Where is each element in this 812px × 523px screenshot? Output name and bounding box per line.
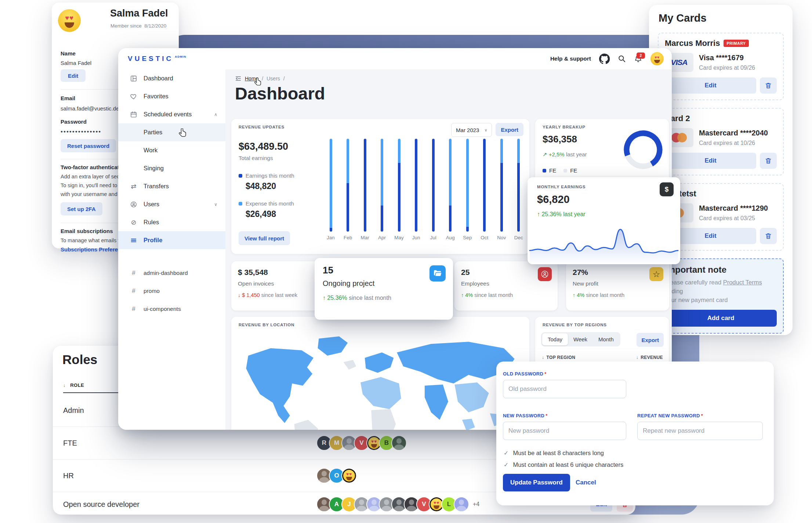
breadcrumb-users[interactable]: Users — [267, 76, 280, 81]
employees-icon — [538, 267, 552, 281]
update-password-button[interactable]: Update Password — [503, 474, 570, 491]
sidebar-item-work[interactable]: Work — [118, 141, 225, 159]
top-region-column[interactable]: ↓TOP REGION — [542, 355, 575, 360]
tab-month[interactable]: Month — [593, 333, 619, 345]
check-icon: ✓ — [504, 450, 508, 456]
stat-label: Employees — [461, 280, 489, 287]
revenue-updates-label: REVENUE UPDATES — [239, 125, 284, 129]
export-button[interactable]: Export — [496, 123, 523, 136]
edit-card-button[interactable]: Edit — [665, 153, 756, 169]
help-support-link[interactable]: Help & support — [550, 55, 591, 62]
revenue-column[interactable]: ↓REVENUE — [636, 355, 663, 360]
delete-card-button[interactable] — [760, 153, 777, 169]
bar-Mar: Mar — [360, 139, 370, 249]
card-holder-name: Marcus Morris — [665, 39, 720, 48]
sidebar-item-users[interactable]: Users ∨ — [118, 195, 225, 213]
card-number: Visa ****1679 — [699, 54, 755, 62]
sort-arrow-icon: ↓ — [63, 382, 66, 388]
sort-arrow-icon: ↓ — [636, 355, 638, 360]
tab-week[interactable]: Week — [568, 333, 593, 345]
sidebar-tag-ui-components[interactable]: #ui-components — [118, 300, 225, 318]
sidebar-tag-admin-dashboard[interactable]: #admin-dashboard — [118, 264, 225, 282]
burger-icon — [129, 237, 138, 244]
vuestic-logo[interactable]: VUESTIC — [128, 55, 173, 63]
github-icon[interactable] — [599, 54, 610, 64]
hash-icon: # — [129, 269, 138, 277]
repeat-password-input[interactable] — [637, 422, 763, 440]
password-rule: ✓Must contain at least 6 unique characte… — [504, 461, 623, 468]
delete-card-button[interactable] — [760, 77, 777, 94]
edit-name-button[interactable]: Edit — [61, 69, 86, 82]
stat-value: $ 35,548 — [238, 268, 268, 277]
earnings-legend: Earnings this month — [239, 172, 294, 179]
bar-Feb: Feb — [343, 139, 353, 249]
period-select[interactable]: Mar 2023 ∨ — [451, 123, 492, 137]
role-name: HR — [63, 472, 316, 480]
password-masked: •••••••••••••• — [61, 128, 101, 135]
notifications-bell-icon[interactable]: 2 — [634, 55, 642, 63]
bar-Jan: Jan — [326, 139, 336, 249]
ongoing-value: 15 — [323, 265, 333, 276]
hash-icon: # — [129, 305, 138, 313]
more-members-count: +4 — [473, 501, 479, 508]
avatar — [391, 435, 407, 451]
delete-card-button[interactable] — [760, 228, 777, 244]
setup-2fa-button[interactable]: Set up 2FA — [61, 202, 102, 215]
password-rule: ✓Must be at least 8 characters long — [504, 450, 604, 457]
old-password-input[interactable] — [503, 380, 626, 398]
sidebar-item-parties[interactable]: Parties — [118, 123, 225, 141]
view-full-report-button[interactable]: View full report — [239, 231, 290, 245]
breadcrumb-home[interactable]: Home — [245, 76, 258, 81]
stat-value: 25 — [461, 268, 470, 277]
search-icon[interactable] — [618, 55, 626, 63]
sidebar-item-scheduled-events[interactable]: Scheduled events ∧ — [118, 105, 225, 123]
employees-card: 25 Employees ↑ 4% since last month — [454, 261, 558, 310]
stat-label: New profit — [573, 280, 598, 287]
user-circle-icon — [129, 201, 138, 208]
monthly-earnings-delta: ↑ 25.36% last year — [537, 211, 586, 218]
new-password-input[interactable] — [503, 422, 626, 440]
sidebar-item-rules[interactable]: ⊘ Rules — [118, 213, 225, 231]
reset-password-button[interactable]: Reset password — [61, 139, 116, 152]
chevron-down-icon: ∨ — [214, 202, 217, 207]
total-earnings-value: $63,489.50 — [239, 141, 288, 152]
earnings-sparkline — [528, 221, 680, 264]
topbar: VUESTIC ADMIN Help & support 2 ♥♥ — [118, 48, 672, 69]
payment-card-group: Card 2Mastercard ****2040Card expires at… — [658, 108, 784, 175]
important-note-box: Important note Please carefully read Pro… — [658, 258, 784, 334]
sidebar-item-singing[interactable]: Singing — [118, 159, 225, 177]
regions-export-button[interactable]: Export — [637, 333, 664, 347]
collapse-sidebar-icon[interactable] — [235, 75, 242, 82]
password-label: Password — [61, 119, 87, 125]
add-card-button[interactable]: Add card — [665, 310, 777, 327]
card-expiry: Card expires at 09/26 — [699, 65, 755, 71]
edit-card-button[interactable]: Edit — [665, 77, 756, 94]
card-expiry: Card expires at 03/25 — [699, 215, 768, 222]
sidebar-tag-promo[interactable]: #promo — [118, 282, 225, 300]
sort-arrow-icon: ↓ — [542, 355, 544, 360]
bar-Aug: Aug — [446, 139, 455, 249]
sidebar-item-profile[interactable]: Profile — [118, 231, 225, 249]
vuestic-logo-suffix: ADMIN — [175, 55, 186, 58]
breadcrumb: Home / Users / — [235, 75, 285, 82]
revenue-updates-card: REVENUE UPDATES Mar 2023 ∨ Export $63,48… — [231, 119, 529, 254]
folder-icon — [429, 265, 446, 282]
stat-delta: ↓ $ 1,450 since last week — [238, 292, 297, 298]
tab-today[interactable]: Today — [542, 333, 568, 345]
product-terms-link[interactable]: Product Terms — [723, 279, 762, 286]
cancel-button[interactable]: Cancel — [573, 474, 598, 491]
transfer-arrows-icon: ⇄ — [129, 182, 138, 190]
sidebar-item-favorites[interactable]: Favorites — [118, 87, 225, 105]
bar-Sep: Sep — [463, 139, 472, 249]
notifications-badge: 2 — [637, 52, 645, 59]
role-name: Open source developer — [63, 500, 316, 509]
sidebar-item-transfers[interactable]: ⇄ Transfers — [118, 177, 225, 195]
stat-value: 27% — [573, 268, 588, 277]
role-members: O♥♥ — [316, 468, 354, 483]
card-expiry: Card expires at 10/26 — [699, 140, 768, 146]
note-title: Important note — [665, 265, 777, 275]
chevron-down-icon: ∨ — [484, 128, 487, 132]
sidebar-item-dashboard[interactable]: Dashboard — [118, 69, 225, 87]
user-menu-avatar[interactable]: ♥♥ — [650, 52, 664, 65]
name-label: Name — [61, 50, 76, 57]
